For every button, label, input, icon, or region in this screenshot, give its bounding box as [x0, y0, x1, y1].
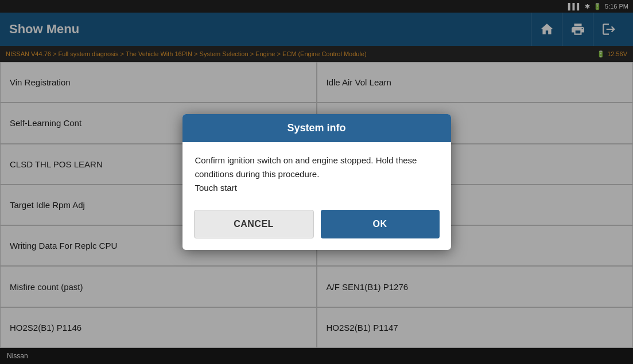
ok-button[interactable]: OK — [321, 210, 440, 238]
cancel-button[interactable]: CANCEL — [194, 210, 314, 238]
dialog-title: System info — [287, 122, 345, 134]
dialog-body: Confirm ignition switch on and engine st… — [182, 142, 451, 201]
system-info-dialog: System info Confirm ignition switch on a… — [182, 114, 451, 250]
dialog-message: Confirm ignition switch on and engine st… — [195, 155, 417, 193]
modal-overlay: System info Confirm ignition switch on a… — [0, 0, 633, 364]
dialog-buttons: CANCEL OK — [182, 201, 451, 250]
dialog-header: System info — [182, 114, 451, 142]
